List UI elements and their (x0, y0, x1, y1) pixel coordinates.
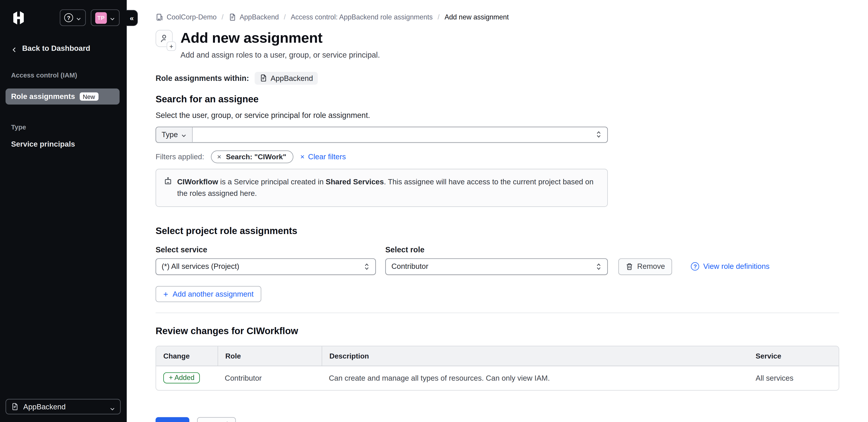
assignee-info-text: CIWorkflow is a Service principal create… (177, 176, 598, 200)
form-actions: Save Cancel (156, 417, 839, 422)
remove-assignment-button[interactable]: Remove (618, 258, 672, 275)
service-select-value: (*) All services (Project) (162, 262, 239, 271)
breadcrumb-org[interactable]: CoolCorp-Demo (156, 13, 217, 21)
added-status-badge: + Added (163, 372, 200, 384)
add-another-assignment-label: Add another assignment (173, 290, 254, 298)
service-select[interactable]: (*) All services (Project) (156, 258, 376, 275)
new-badge: New (80, 92, 98, 101)
cell-change: + Added (156, 372, 218, 384)
column-header-description: Description (322, 346, 747, 366)
combobox-toggle[interactable] (590, 127, 608, 142)
sidebar-item-label: Role assignments (11, 92, 75, 101)
search-filter-tag-label: Search: "CIWork" (226, 153, 286, 161)
sidebar-collapse-button[interactable]: « (126, 10, 138, 26)
project-switcher-label: AppBackend (23, 402, 105, 411)
role-select[interactable]: Contributor (385, 258, 608, 275)
table-row: + Added Contributor Can create and manag… (156, 366, 839, 390)
project-document-icon (259, 74, 267, 82)
dismiss-icon: ✕ (300, 154, 305, 160)
help-menu-button[interactable]: ? (60, 9, 86, 26)
chevron-left-icon (11, 45, 18, 52)
remove-button-label: Remove (637, 262, 665, 271)
chevron-down-icon (110, 15, 115, 20)
breadcrumb: CoolCorp-Demo / AppBackend / Access cont… (156, 0, 839, 21)
clear-filters-label: Clear filters (308, 153, 346, 161)
search-type-dropdown[interactable]: Type (156, 127, 193, 142)
project-scope-badge-label: AppBackend (271, 74, 313, 82)
sidebar-section-access-control: Access control (IAM) (11, 71, 116, 79)
project-document-icon (228, 13, 236, 21)
cell-service: All services (747, 374, 839, 382)
breadcrumb-project-label: AppBackend (240, 13, 279, 21)
page-title: Add new assignment (180, 30, 380, 45)
assignee-search-combobox: Type (156, 127, 608, 142)
add-another-assignment-button[interactable]: + Add another assignment (156, 286, 261, 302)
assignee-search-input[interactable] (193, 127, 590, 142)
search-type-label: Type (162, 130, 178, 139)
plus-icon: + (163, 289, 168, 299)
role-select-value: Contributor (391, 262, 428, 271)
review-section-heading: Review changes for CIWorkflow (156, 326, 839, 337)
main-content: CoolCorp-Demo / AppBackend / Access cont… (127, 0, 868, 422)
view-role-definitions-label: View role definitions (703, 262, 770, 271)
cell-description: Can create and manage all types of resou… (322, 374, 747, 382)
trash-icon (625, 263, 633, 270)
filters-applied-label: Filters applied: (156, 153, 204, 161)
breadcrumb-separator: / (284, 13, 286, 21)
cancel-button[interactable]: Cancel (197, 417, 236, 422)
breadcrumb-project[interactable]: AppBackend (228, 13, 279, 21)
project-scope-badge: AppBackend (254, 72, 318, 84)
scope-row: Role assignments within: AppBackend (156, 72, 839, 84)
table-header-row: Change Role Description Service (156, 346, 839, 366)
breadcrumb-role-assignments-label: Access control: AppBackend role assignme… (291, 13, 433, 21)
breadcrumb-separator: / (221, 13, 223, 21)
search-section-description: Select the user, group, or service princ… (156, 110, 839, 119)
select-service-label: Select service (156, 245, 376, 254)
breadcrumb-separator: / (438, 13, 440, 21)
column-header-role: Role (217, 346, 321, 366)
back-to-dashboard-link[interactable]: Back to Dashboard (11, 44, 116, 53)
project-document-icon (11, 403, 19, 411)
back-to-dashboard-label: Back to Dashboard (22, 44, 90, 53)
clear-filters-link[interactable]: ✕ Clear filters (300, 153, 346, 161)
plus-icon: + (166, 41, 176, 51)
sidebar-top-bar: ? TP (0, 0, 127, 26)
help-circle-icon: ? (691, 262, 700, 271)
sidebar-item-role-assignments[interactable]: Role assignments New (5, 89, 119, 105)
assignee-name: CIWorkflow (177, 177, 218, 186)
filters-row: Filters applied: ✕ Search: "CIWork" ✕ Cl… (156, 150, 839, 163)
column-header-change: Change (156, 346, 218, 366)
sidebar: ? TP « Back to Dashboard Access control … (0, 0, 127, 422)
scope-label: Role assignments within: (156, 74, 249, 83)
page-subtitle: Add and assign roles to a user, group, o… (180, 50, 380, 59)
organization-icon (156, 13, 163, 21)
roles-section-heading: Select project role assignments (156, 226, 839, 237)
page-header: + Add new assignment Add and assign role… (156, 30, 839, 59)
breadcrumb-current-label: Add new assignment (445, 13, 509, 21)
project-switcher[interactable]: AppBackend (5, 399, 121, 415)
sidebar-item-service-principals[interactable]: Service principals (11, 140, 116, 149)
breadcrumb-org-label: CoolCorp-Demo (166, 13, 217, 21)
breadcrumb-current: Add new assignment (445, 13, 509, 21)
save-button[interactable]: Save (156, 417, 189, 422)
review-changes-table: Change Role Description Service + Added … (156, 346, 839, 390)
user-plus-icon: + (156, 30, 173, 47)
collapse-icon: « (130, 14, 134, 22)
section-divider (156, 313, 839, 313)
role-assignment-row: (*) All services (Project) Contributor R… (156, 258, 839, 275)
chevron-down-icon (76, 15, 81, 20)
dismiss-icon: ✕ (217, 154, 222, 160)
service-principal-robot-icon (164, 177, 172, 185)
chevron-down-icon (181, 132, 187, 137)
cell-role: Contributor (217, 374, 321, 382)
app-window: ? TP « Back to Dashboard Access control … (0, 0, 868, 422)
breadcrumb-role-assignments[interactable]: Access control: AppBackend role assignme… (291, 13, 433, 21)
select-labels-row: Select service Select role (156, 245, 839, 254)
search-section-heading: Search for an assignee (156, 94, 839, 105)
view-role-definitions-link[interactable]: ? View role definitions (691, 262, 770, 271)
user-menu-button[interactable]: TP (91, 9, 120, 26)
avatar: TP (95, 12, 107, 24)
assignee-info-box: CIWorkflow is a Service principal create… (156, 168, 608, 207)
search-filter-tag[interactable]: ✕ Search: "CIWork" (211, 150, 293, 163)
chevron-down-icon (110, 404, 115, 409)
